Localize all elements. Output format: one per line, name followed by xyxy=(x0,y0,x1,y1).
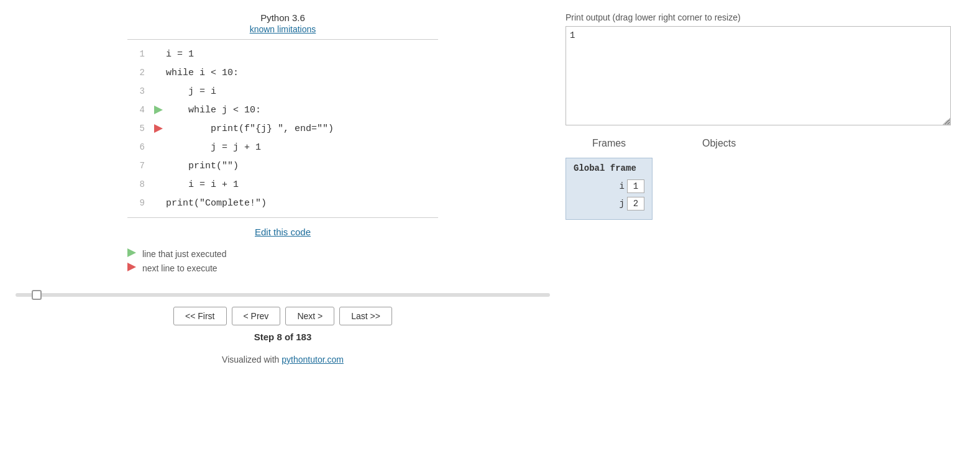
green-arrow-icon xyxy=(154,106,163,114)
code-text: j = j + 1 xyxy=(166,142,261,153)
code-text: print(f"{j} ", end="") xyxy=(166,124,334,134)
code-text: while j < 10: xyxy=(166,105,261,115)
slider-track[interactable] xyxy=(16,293,550,297)
line-number: 6 xyxy=(127,142,145,152)
code-line-1: 1i = 1 xyxy=(127,45,438,63)
line-number: 4 xyxy=(127,105,145,115)
line-number: 1 xyxy=(127,49,145,59)
frame-var-name: j xyxy=(620,199,625,209)
resize-handle[interactable] xyxy=(943,117,950,125)
code-text: j = i xyxy=(166,86,216,97)
visualized-by: Visualized with pythontutor.com xyxy=(222,355,344,364)
line-number: 5 xyxy=(127,124,145,133)
frames-column: Frames Global frame i1j2 xyxy=(566,138,653,220)
nav-buttons: << First < Prev Next > Last >> xyxy=(173,307,392,325)
next-button[interactable]: Next > xyxy=(285,307,334,325)
legend-green-label: line that just executed xyxy=(142,249,226,259)
print-output-box[interactable]: 1 xyxy=(566,26,951,125)
code-line-8: 8 i = i + 1 xyxy=(127,175,438,194)
python-version-label: Python 3.6 xyxy=(260,12,305,23)
code-text: i = i + 1 xyxy=(166,179,239,190)
objects-header: Objects xyxy=(702,138,736,149)
code-text: print("") xyxy=(166,161,239,171)
known-limitations-link[interactable]: known limitations xyxy=(250,24,316,34)
frame-var-name: i xyxy=(620,181,625,191)
code-line-3: 3 j = i xyxy=(127,82,438,101)
code-line-7: 7 print("") xyxy=(127,156,438,175)
visualized-prefix: Visualized with xyxy=(222,355,282,364)
line-arrow xyxy=(151,124,166,133)
slider-thumb[interactable] xyxy=(32,290,42,300)
first-button[interactable]: << First xyxy=(173,307,226,325)
legend-green: line that just executed xyxy=(127,248,438,259)
line-number: 3 xyxy=(127,86,145,96)
frame-var-value: 2 xyxy=(627,197,644,210)
red-arrow-icon xyxy=(154,124,163,133)
code-line-6: 6 j = j + 1 xyxy=(127,138,438,156)
line-arrow xyxy=(151,106,166,114)
edit-code-link[interactable]: Edit this code xyxy=(255,227,311,237)
frame-var-value: 1 xyxy=(627,179,644,193)
legend-red-arrow xyxy=(127,263,136,273)
objects-column: Objects xyxy=(702,138,736,220)
step-info: Step 8 of 183 xyxy=(254,332,312,342)
code-line-9: 9print("Complete!") xyxy=(127,194,438,212)
legend-red-label: next line to execute xyxy=(142,263,218,273)
line-number: 8 xyxy=(127,179,145,189)
frame-var-row: i1 xyxy=(574,179,644,193)
global-frame: Global frame i1j2 xyxy=(566,158,653,220)
frames-objects-area: Frames Global frame i1j2 Objects xyxy=(566,138,955,220)
code-text: print("Complete!") xyxy=(166,198,267,209)
code-line-5: 5 print(f"{j} ", end="") xyxy=(127,119,438,138)
line-number: 7 xyxy=(127,161,145,171)
print-output-label: Print output (drag lower right corner to… xyxy=(566,12,955,22)
step-slider-container[interactable] xyxy=(16,293,550,297)
code-text: i = 1 xyxy=(166,49,194,60)
last-button[interactable]: Last >> xyxy=(339,307,392,325)
line-number: 9 xyxy=(127,198,145,208)
code-line-4: 4 while j < 10: xyxy=(127,101,438,119)
line-number: 2 xyxy=(127,68,145,78)
prev-button[interactable]: < Prev xyxy=(232,307,281,325)
legend-area: line that just executed next line to exe… xyxy=(127,248,438,277)
print-output-value: 1 xyxy=(570,30,575,40)
code-display: 1i = 12while i < 10:3 j = i4 while j < 1… xyxy=(127,39,438,218)
frame-var-row: j2 xyxy=(574,197,644,210)
frames-header: Frames xyxy=(592,138,626,149)
global-frame-title: Global frame xyxy=(574,163,644,173)
legend-green-arrow xyxy=(127,248,136,259)
pythontutor-link[interactable]: pythontutor.com xyxy=(282,355,344,364)
legend-red: next line to execute xyxy=(127,263,438,273)
code-text: while i < 10: xyxy=(166,68,239,78)
code-line-2: 2while i < 10: xyxy=(127,63,438,82)
